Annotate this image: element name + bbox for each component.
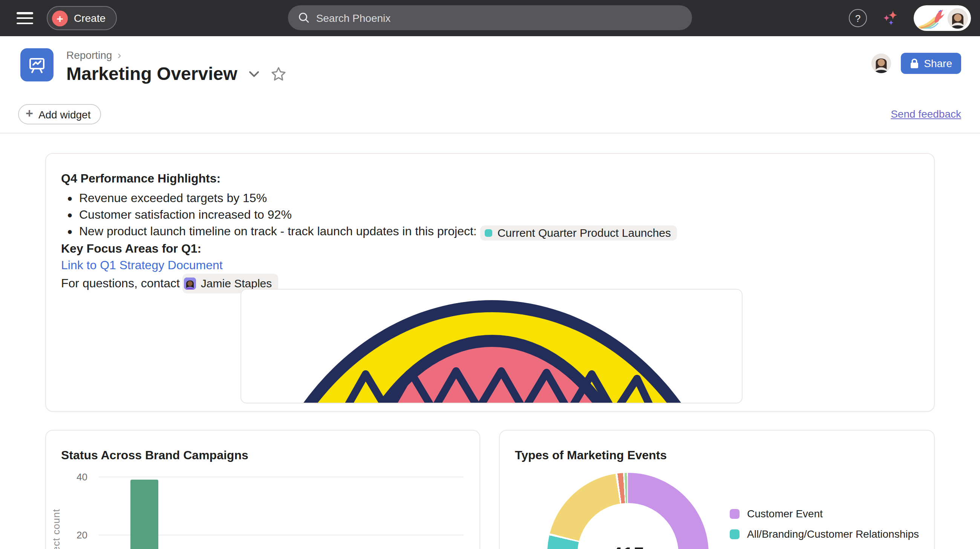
legend-item-third [730, 547, 919, 549]
note-widget-card: Q4 Performance Highlights: ●Revenue exce… [45, 153, 935, 412]
search-icon [299, 12, 309, 23]
top-bar: + Create ? [0, 0, 980, 36]
legend-swatch-purple [730, 509, 740, 519]
header-right-cluster: Share [871, 53, 961, 74]
plus-icon: + [52, 10, 68, 26]
chevron-down-icon[interactable] [249, 70, 259, 77]
legend-item-customer-event: Customer Event [730, 506, 919, 521]
topbar-right-cluster: ? [849, 0, 971, 36]
line-chart-board-icon [27, 55, 47, 75]
title-row: Marketing Overview [66, 63, 286, 84]
donut-legend: Customer Event All/Branding/Customer Rel… [730, 506, 919, 549]
gridline-40 [99, 477, 464, 477]
balloon-illustration [241, 290, 743, 403]
jamie-staples-avatar [184, 277, 196, 290]
send-feedback-link[interactable]: Send feedback [891, 108, 961, 120]
y-tick-40: 40 [54, 471, 88, 483]
dashboard-toolbar: + Add widget Send feedback [0, 98, 980, 134]
page-header: Reporting › Marketing Overview [0, 36, 980, 98]
create-button-label: Create [74, 12, 105, 24]
note-heading: Q4 Performance Highlights: [61, 170, 919, 187]
legend-item-all-branding: All/Branding/Customer Relationships [730, 527, 919, 541]
y-tick-20: 20 [54, 529, 88, 541]
q1-strategy-document-link[interactable]: Link to Q1 Strategy Document [61, 257, 919, 274]
star-favorite-icon[interactable] [270, 66, 286, 81]
project-color-swatch [485, 229, 492, 237]
donut-hole [578, 503, 678, 549]
note-bullet-1: ●Revenue exceeded targets by 15% [61, 190, 919, 207]
global-search[interactable] [288, 5, 692, 30]
sidebar-toggle-icon[interactable] [17, 12, 33, 24]
project-chip-link[interactable]: Current Quarter Product Launches [480, 226, 677, 240]
breadcrumb-reporting-link[interactable]: Reporting [66, 49, 112, 61]
collaborator-avatar[interactable] [871, 54, 891, 73]
donut-total-value: 415 [547, 543, 709, 549]
bar-chart-widget-card: Status Across Brand Campaigns Project co… [45, 430, 480, 549]
asana-dashboard-page: + Create ? [0, 0, 980, 549]
dashboard-tile-icon[interactable] [21, 48, 54, 81]
share-button[interactable]: Share [900, 53, 961, 74]
page-title[interactable]: Marketing Overview [66, 63, 237, 84]
project-chip-label: Current Quarter Product Launches [498, 226, 671, 240]
phoenix-logo-icon [918, 8, 945, 29]
note-bullet-2: ●Customer satisfaction increased to 92% [61, 207, 919, 223]
ai-sparkles-icon[interactable] [881, 9, 899, 27]
plus-icon: + [25, 107, 33, 120]
breadcrumb: Reporting › [66, 48, 121, 61]
donut-chart[interactable] [547, 473, 709, 549]
note-bullet-3: ●New product launch timeline on track - … [61, 223, 919, 240]
add-widget-button[interactable]: + Add widget [18, 104, 101, 124]
focus-heading: Key Focus Areas for Q1: [61, 240, 919, 257]
share-button-label: Share [924, 57, 952, 69]
search-input[interactable] [316, 12, 681, 24]
bar-chart-title: Status Across Brand Campaigns [61, 449, 248, 462]
help-button[interactable]: ? [849, 9, 867, 27]
breadcrumb-chevron-icon: › [117, 48, 121, 61]
donut-chart-widget-card: Types of Marketing Events 415 Customer E… [499, 430, 935, 549]
legend-swatch-teal [730, 529, 740, 539]
embedded-image-widget[interactable] [240, 289, 743, 403]
user-avatar [948, 8, 968, 28]
create-button[interactable]: + Create [47, 6, 117, 30]
donut-chart-title: Types of Marketing Events [515, 449, 667, 462]
green-status-bar[interactable] [130, 480, 158, 549]
lock-icon [910, 58, 919, 68]
add-widget-label: Add widget [38, 108, 91, 120]
dashboard-canvas: Q4 Performance Highlights: ●Revenue exce… [0, 134, 980, 549]
account-menu[interactable] [914, 5, 971, 31]
contact-prefix: For questions, contact [61, 275, 180, 292]
